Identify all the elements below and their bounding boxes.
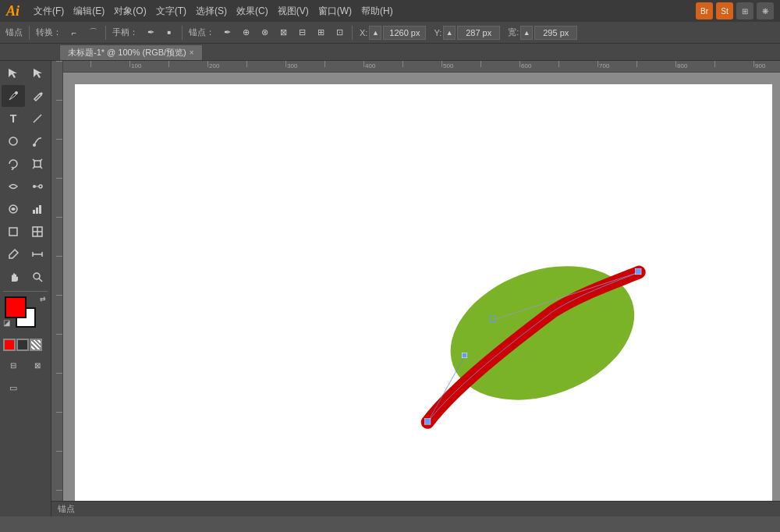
zoom-tool[interactable] (26, 266, 49, 288)
smooth-anchor-btn[interactable]: ⌒ (84, 24, 101, 41)
titlebar-right: Br St ⊞ ❋ (696, 2, 774, 20)
anchor-action7[interactable]: ⊡ (331, 24, 348, 41)
tool-separator (3, 291, 48, 292)
menu-item-效果C[interactable]: 效果(C) (232, 3, 273, 20)
anchor-action6[interactable]: ⊞ (312, 24, 329, 41)
x-input[interactable] (383, 26, 426, 40)
anchor-action1[interactable]: ✒ (218, 24, 236, 41)
direct-selection-tool[interactable] (26, 62, 49, 84)
w-up-btn[interactable]: ▲ (520, 26, 533, 40)
tool-row-bottom1: ⊟ ⊠ (2, 354, 49, 376)
pen-tool[interactable] (2, 85, 25, 107)
scale-tool[interactable] (26, 153, 49, 175)
tool-row-10 (2, 266, 49, 288)
sep3 (182, 26, 183, 40)
menu-item-文件F[interactable]: 文件(F) (29, 3, 69, 20)
x-up-btn[interactable]: ▲ (369, 26, 381, 40)
st-icon[interactable]: St (716, 2, 733, 20)
status-bar: 锚点 (51, 501, 780, 516)
menu-item-选择S[interactable]: 选择(S) (191, 3, 232, 20)
menu-item-窗口W[interactable]: 窗口(W) (314, 3, 356, 20)
grid-icon[interactable]: ⊞ (736, 2, 753, 20)
type-tool[interactable]: T (2, 108, 25, 129)
tool-row-7 (2, 198, 49, 220)
tab-bar: 未标题-1* @ 100% (RGB/预览) × (0, 44, 780, 61)
measure-tool[interactable] (26, 243, 49, 265)
color-swatches: ⇄ ◪ (3, 296, 48, 335)
tool-row-8 (2, 221, 49, 243)
anchor-top-right (636, 268, 642, 275)
swap-colors-btn[interactable]: ⇄ (40, 295, 46, 303)
graph-tool[interactable] (26, 198, 49, 220)
left-toolbar: T (0, 61, 51, 516)
eyedropper-tool[interactable] (2, 243, 25, 265)
sep2 (105, 26, 106, 40)
menu-item-编辑E[interactable]: 编辑(E) (69, 3, 109, 20)
corner-anchor-btn[interactable]: ⌐ (66, 24, 83, 41)
anchor-action4[interactable]: ⊠ (275, 24, 292, 41)
anchor-bottom (424, 419, 431, 425)
artboard-bottom-btn[interactable]: ▭ (2, 377, 25, 399)
svg-point-2 (15, 91, 18, 94)
br-icon[interactable]: Br (696, 2, 713, 20)
y-input[interactable] (457, 26, 500, 40)
w-input[interactable] (534, 26, 577, 40)
menu-item-对象O[interactable]: 对象(O) (109, 3, 151, 20)
sep4 (352, 26, 353, 40)
anchor-action3[interactable]: ⊗ (256, 24, 273, 41)
pencil-tool[interactable] (26, 85, 49, 107)
artboard-tool[interactable] (2, 221, 25, 243)
kuler-icon[interactable]: ❋ (757, 2, 774, 20)
sep1 (29, 26, 30, 40)
tool-row-5 (2, 153, 49, 175)
transform-label: 转换： (34, 27, 64, 38)
canvas-document[interactable] (75, 84, 772, 509)
x-label: X: (360, 28, 367, 37)
foreground-color-swatch[interactable] (5, 296, 27, 318)
svg-line-10 (40, 166, 42, 168)
stroke-row (3, 339, 48, 351)
svg-line-3 (34, 115, 41, 122)
svg-marker-0 (9, 69, 17, 78)
symbol-tool[interactable] (2, 198, 25, 220)
anchor-action5[interactable]: ⊟ (293, 24, 310, 41)
none-indicator[interactable] (30, 339, 42, 351)
menu-item-视图V[interactable]: 视图(V) (273, 3, 314, 20)
menu-bar: 文件(F)编辑(E)对象(O)文字(T)选择(S)效果(C)视图(V)窗口(W)… (29, 3, 398, 20)
hand-tool[interactable] (2, 266, 25, 288)
menu-item-帮助H[interactable]: 帮助(H) (356, 3, 398, 20)
ellipse-tool[interactable] (2, 130, 25, 152)
ruler-left (51, 61, 63, 516)
svg-line-8 (40, 159, 42, 161)
anchor-action2[interactable]: ⊕ (237, 24, 254, 41)
warp-tool[interactable] (2, 176, 25, 197)
tool-row-9 (2, 243, 49, 265)
rotate-tool[interactable] (2, 153, 25, 175)
tab-close-btn[interactable]: × (190, 48, 194, 57)
line-tool[interactable] (26, 108, 49, 129)
svg-rect-16 (36, 207, 38, 214)
selection-tool[interactable] (2, 62, 25, 84)
anchor-label: 锚点 (3, 27, 25, 38)
svg-rect-18 (9, 228, 17, 236)
stroke-indicator[interactable] (16, 339, 29, 351)
extra-btn[interactable]: ⊠ (26, 354, 49, 376)
handle-point-mid (462, 353, 467, 358)
change-screen-mode-btn[interactable]: ⊟ (2, 354, 25, 376)
document-tab[interactable]: 未标题-1* @ 100% (RGB/预览) × (59, 44, 203, 60)
svg-line-9 (33, 166, 35, 168)
w-group: 宽: ▲ (508, 26, 577, 40)
slice-tool[interactable] (26, 221, 49, 243)
default-colors-btn[interactable]: ◪ (3, 318, 10, 327)
menu-item-文字T[interactable]: 文字(T) (151, 3, 191, 20)
svg-point-12 (39, 185, 42, 188)
fill-indicator[interactable] (3, 339, 16, 351)
brush-tool[interactable] (26, 130, 49, 152)
pen-btn[interactable]: ✒ (142, 24, 159, 41)
ruler-top: 0100200300400500600700800900 (51, 61, 780, 73)
blend-tool[interactable] (26, 176, 49, 197)
y-up-btn[interactable]: ▲ (443, 26, 456, 40)
anchor-dot-btn[interactable]: ■ (161, 24, 178, 41)
tool-row-1 (2, 62, 49, 84)
svg-rect-17 (39, 205, 41, 214)
